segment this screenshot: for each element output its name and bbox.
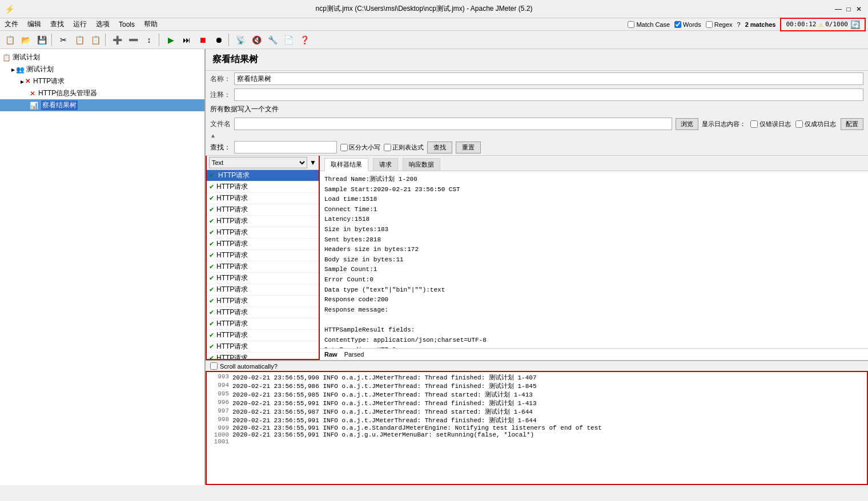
list-item[interactable]: ✔HTTP请求 bbox=[207, 193, 319, 204]
tree-label-header: HTTP信息头管理器 bbox=[38, 88, 97, 98]
tab-response-data[interactable]: 响应数据 bbox=[403, 158, 440, 171]
list-item[interactable]: ✔HTTP请求 bbox=[207, 284, 319, 296]
close-button[interactable]: ✕ bbox=[854, 5, 863, 14]
log-line: 9952020-02-21 23:56:55,985 INFO o.a.j.t.… bbox=[209, 390, 865, 399]
success-icon: ✔ bbox=[209, 274, 214, 282]
function-helper-button[interactable]: 🔧 bbox=[265, 33, 280, 47]
comment-label: 注释： bbox=[210, 90, 231, 100]
find-input[interactable] bbox=[234, 141, 337, 153]
help-button[interactable]: ❓ bbox=[297, 33, 312, 47]
tree-node-http[interactable]: ▸ ✕ HTTP请求 bbox=[0, 75, 204, 87]
list-item[interactable]: ✔HTTP请求 bbox=[207, 307, 319, 318]
log-line-number: 1001 bbox=[209, 438, 229, 445]
new-button[interactable]: 📋 bbox=[2, 33, 17, 47]
menu-tools[interactable]: Tools bbox=[116, 19, 137, 30]
list-item[interactable]: ✔HTTP请求 bbox=[207, 204, 319, 216]
words-checkbox[interactable] bbox=[674, 21, 681, 28]
file-input[interactable] bbox=[234, 118, 672, 130]
tree-node-thread[interactable]: ▸ 👥 测试计划 bbox=[0, 63, 204, 75]
menu-file[interactable]: 文件 bbox=[2, 18, 21, 30]
log-line: 9962020-02-21 23:56:55,991 INFO o.a.j.t.… bbox=[209, 399, 865, 407]
move-button[interactable]: ↕ bbox=[142, 33, 156, 47]
detail-line: Response message: bbox=[324, 305, 863, 316]
parsed-tab[interactable]: Parsed bbox=[344, 351, 364, 358]
start-button[interactable]: ▶ bbox=[163, 33, 178, 47]
name-input[interactable] bbox=[234, 72, 863, 85]
text-selector[interactable]: Text RegEx Tester bbox=[209, 157, 307, 168]
list-item[interactable]: ✔HTTP请求 bbox=[207, 261, 319, 273]
file-label: 文件名 bbox=[210, 119, 231, 129]
log-line: 9932020-02-21 23:56:55,990 INFO o.a.j.t.… bbox=[209, 373, 865, 382]
scroll-auto-checkbox[interactable] bbox=[210, 362, 218, 370]
list-item-label: HTTP请求 bbox=[216, 285, 248, 294]
log-line-text: 2020-02-21 23:56:55,991 INFO o.a.j.e.Sta… bbox=[232, 425, 602, 431]
maximize-button[interactable]: □ bbox=[844, 5, 853, 14]
templates-button[interactable]: 📄 bbox=[281, 33, 296, 47]
error-only-checkbox[interactable] bbox=[750, 120, 758, 128]
remote-stop-button[interactable]: 🔇 bbox=[249, 33, 264, 47]
list-item-label: HTTP请求 bbox=[216, 273, 248, 283]
log-panel: 9932020-02-21 23:56:55,990 INFO o.a.j.t.… bbox=[206, 371, 868, 485]
list-item[interactable]: ✔HTTP请求 bbox=[207, 170, 319, 181]
remote-start-button[interactable]: 📡 bbox=[233, 33, 248, 47]
start-no-pause-button[interactable]: ⏭ bbox=[179, 33, 194, 47]
open-button[interactable]: 📂 bbox=[18, 33, 33, 47]
list-item[interactable]: ✔HTTP请求 bbox=[207, 273, 319, 284]
paste-button[interactable]: 📋 bbox=[88, 33, 103, 47]
panel-title-text: 察看结果树 bbox=[212, 54, 258, 64]
remove-button[interactable]: ➖ bbox=[126, 33, 140, 47]
menu-options[interactable]: 选项 bbox=[94, 18, 112, 30]
cut-button[interactable]: ✂ bbox=[56, 33, 71, 47]
list-item[interactable]: ✔HTTP请求 bbox=[207, 250, 319, 261]
save-button[interactable]: 💾 bbox=[34, 33, 49, 47]
list-item[interactable]: ✔HTTP请求 bbox=[207, 181, 319, 193]
config-button[interactable]: 配置 bbox=[841, 118, 863, 130]
stop-button[interactable]: ⏹ bbox=[195, 33, 210, 47]
list-item[interactable]: ✔HTTP请求 bbox=[207, 296, 319, 307]
reset-button[interactable]: 重置 bbox=[456, 142, 481, 153]
success-icon: ✔ bbox=[209, 297, 214, 305]
list-item[interactable]: ✔HTTP请求 bbox=[207, 353, 319, 359]
find-button[interactable]: 查找 bbox=[427, 142, 452, 153]
regex-find-checkbox[interactable] bbox=[384, 144, 391, 151]
menu-edit[interactable]: 编辑 bbox=[25, 18, 43, 30]
case-sensitive-checkbox[interactable] bbox=[340, 144, 348, 151]
menu-search[interactable]: 查找 bbox=[48, 18, 66, 30]
list-item[interactable]: ✔HTTP请求 bbox=[207, 330, 319, 341]
window-title: ncp测试.jmx (C:\Users\msi\Desktop\ncp测试.jm… bbox=[14, 4, 834, 14]
menu-run[interactable]: 运行 bbox=[71, 18, 89, 30]
list-item-label: HTTP请求 bbox=[216, 330, 248, 340]
success-only-checkbox[interactable] bbox=[795, 120, 803, 128]
regex-checkbox[interactable] bbox=[706, 21, 713, 28]
tab-request[interactable]: 请求 bbox=[373, 158, 398, 171]
http-icon: ✕ bbox=[25, 78, 30, 85]
list-item-label: HTTP请求 bbox=[216, 193, 248, 203]
shutdown-button[interactable]: ⏺ bbox=[211, 33, 226, 47]
log-line-number: 997 bbox=[209, 407, 229, 416]
tab-sampler-result[interactable]: 取样器结果 bbox=[324, 158, 368, 171]
list-item[interactable]: ✔HTTP请求 bbox=[207, 341, 319, 353]
list-item[interactable]: ✔HTTP请求 bbox=[207, 216, 319, 227]
tree-node-plan[interactable]: 📋 测试计划 bbox=[0, 51, 204, 63]
list-item[interactable]: ✔HTTP请求 bbox=[207, 239, 319, 250]
list-item-label: HTTP请求 bbox=[216, 251, 248, 260]
tree-node-listener[interactable]: 📊 察看结果树 bbox=[0, 99, 204, 111]
raw-tab[interactable]: Raw bbox=[324, 351, 337, 358]
refresh-icon[interactable]: 🔄 bbox=[850, 20, 860, 29]
add-button[interactable]: ➕ bbox=[110, 33, 124, 47]
detail-line: Sent bytes:2818 bbox=[324, 235, 863, 245]
comment-input[interactable] bbox=[234, 88, 863, 101]
minimize-button[interactable]: — bbox=[834, 5, 843, 14]
tree-node-header[interactable]: ✕ HTTP信息头管理器 bbox=[0, 87, 204, 99]
menu-help[interactable]: 帮助 bbox=[142, 18, 160, 30]
match-case-checkbox[interactable] bbox=[628, 21, 634, 28]
browse-button[interactable]: 浏览 bbox=[676, 118, 698, 130]
log-line: 9982020-02-21 23:56:55,991 INFO o.a.j.t.… bbox=[209, 416, 865, 425]
list-item[interactable]: ✔HTTP请求 bbox=[207, 318, 319, 330]
log-line-number: 995 bbox=[209, 390, 229, 399]
log-line-number: 996 bbox=[209, 399, 229, 407]
regex-help[interactable]: ? bbox=[737, 21, 741, 28]
copy-button[interactable]: 📋 bbox=[72, 33, 87, 47]
list-item[interactable]: ✔HTTP请求 bbox=[207, 227, 319, 239]
list-item-label: HTTP请求 bbox=[216, 228, 248, 237]
